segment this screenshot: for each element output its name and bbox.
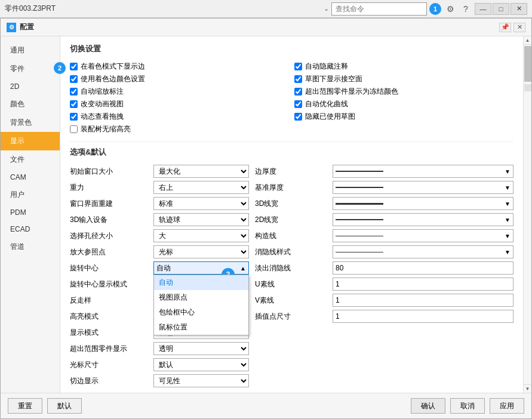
cb-assembly-highlight[interactable] bbox=[70, 125, 78, 133]
cb-out-range-label: 超出范围零件显示为冻结颜色 bbox=[305, 87, 398, 97]
rotation-center-dropdown[interactable]: 自动 ▲ 自动 视图原点 包绘框中心 鼠标位置 bbox=[153, 261, 249, 275]
sidebar-item-file[interactable]: 文件 bbox=[1, 150, 60, 169]
rotation-center-list: 自动 视图原点 包绘框中心 鼠标位置 bbox=[153, 275, 249, 335]
cb-shading-color[interactable] bbox=[70, 75, 78, 83]
scroll-down-arrow[interactable]: ▼ bbox=[524, 384, 532, 393]
content-area: 切换设置 在着色模式下显示边 使用着色边颜色设置 自动缩放标注 bbox=[60, 36, 523, 393]
sidebar-item-background[interactable]: 背景色 bbox=[1, 113, 60, 132]
scroll-thumb[interactable] bbox=[524, 46, 531, 82]
minimize-button[interactable]: — bbox=[475, 3, 491, 15]
label-anti-alias: 反走样 bbox=[70, 295, 147, 306]
label-rotation-display: 旋转中心显示模式 bbox=[70, 279, 147, 289]
checkbox-hide-sketch: 隐藏已使用草图 bbox=[294, 112, 514, 122]
cb-dynamic-drag[interactable] bbox=[70, 113, 78, 121]
dropdown-option-mouse-pos[interactable]: 鼠标位置 bbox=[154, 320, 248, 335]
select-tangent-edge[interactable]: 可见性 bbox=[153, 374, 249, 387]
label-fade-hidden: 淡出消隐线 bbox=[255, 263, 327, 273]
label-rotation-center: 旋转中心 bbox=[70, 263, 147, 273]
input-fade-hidden[interactable] bbox=[333, 261, 513, 275]
sidebar-item-user[interactable]: 用户 bbox=[1, 186, 60, 204]
sidebar-item-pdm[interactable]: PDM bbox=[1, 204, 60, 221]
rotation-center-trigger[interactable]: 自动 ▲ bbox=[153, 261, 249, 275]
label-edge-thickness: 边厚度 bbox=[255, 167, 327, 177]
dialog-close-button[interactable]: ✕ bbox=[513, 23, 525, 32]
dialog-pin-button[interactable]: 📌 bbox=[499, 23, 511, 32]
dialog-title-text: 配置 bbox=[20, 22, 34, 32]
cb-auto-optimize[interactable] bbox=[294, 100, 302, 108]
dropdown-option-bbox-center[interactable]: 包绘框中心 bbox=[154, 305, 248, 320]
dropdown-option-view-origin[interactable]: 视图原点 bbox=[154, 290, 248, 305]
cb-shading-edge[interactable] bbox=[70, 63, 78, 70]
cb-anim-view-label: 改变动画视图 bbox=[81, 99, 124, 109]
sidebar-item-part[interactable]: 零件 2 bbox=[1, 60, 60, 78]
scroll-small-arrow[interactable] bbox=[524, 84, 531, 91]
select-aperture[interactable]: 大 bbox=[153, 229, 249, 242]
maximize-button[interactable]: □ bbox=[493, 3, 509, 15]
help-icon[interactable]: ? bbox=[459, 2, 472, 16]
sidebar-item-display[interactable]: 显示 bbox=[1, 132, 60, 150]
search-input[interactable] bbox=[336, 5, 423, 13]
input-interp-size[interactable] bbox=[333, 310, 513, 323]
select-out-range-display[interactable]: 透明 bbox=[153, 342, 249, 355]
section1-title: 切换设置 bbox=[70, 44, 513, 57]
input-v-line[interactable] bbox=[333, 294, 513, 307]
label-display-mode: 显示模式 bbox=[70, 328, 147, 338]
dialog-title-area: ⚙ 配置 bbox=[7, 22, 34, 32]
sidebar-item-2d[interactable]: 2D bbox=[1, 78, 60, 95]
sidebar-item-color[interactable]: 颜色 bbox=[1, 95, 60, 113]
label-tangent-edge: 切边显示 bbox=[70, 376, 147, 386]
default-button[interactable]: 默认 bbox=[47, 398, 82, 414]
window-controls: — □ ✕ bbox=[475, 3, 527, 15]
select-3d-input[interactable]: 轨迹球 bbox=[153, 213, 249, 226]
scroll-up-arrow[interactable]: ▲ bbox=[524, 36, 532, 45]
right-scrollbar: ▲ ▼ bbox=[523, 36, 531, 393]
apply-button[interactable]: 应用 bbox=[490, 398, 524, 414]
confirm-button[interactable]: 确认 bbox=[411, 398, 445, 414]
dropdown-arrow-edge: ▼ bbox=[505, 168, 511, 175]
sidebar-item-cam[interactable]: CAM bbox=[1, 169, 60, 186]
cb-dynamic-drag-label: 动态查看拖拽 bbox=[81, 112, 124, 122]
select-zoom-ref[interactable]: 光标 bbox=[153, 245, 249, 258]
dropdown-arrow-datum: ▼ bbox=[505, 184, 511, 191]
close-button[interactable]: ✕ bbox=[511, 3, 527, 15]
cb-auto-scale-label: 自动缩放标注 bbox=[81, 87, 124, 97]
dialog-body: 通用 零件 2 2D 颜色 背景色 显示 文件 CAM 用户 PDM ECAD … bbox=[1, 36, 531, 393]
reset-button[interactable]: 重置 bbox=[8, 398, 42, 414]
search-box[interactable] bbox=[331, 2, 427, 16]
select-win-rebuild[interactable]: 标准 bbox=[153, 197, 249, 210]
label-aperture: 选择孔径大小 bbox=[70, 231, 147, 241]
search-caret-icon: ⌄ bbox=[324, 5, 329, 13]
checkbox-auto-hide: 自动隐藏注释 bbox=[294, 61, 514, 72]
cb-assembly-highlight-label: 装配树无缩高亮 bbox=[81, 124, 131, 134]
dropdown-open-arrow: ▲ bbox=[240, 265, 246, 272]
cb-auto-scale[interactable] bbox=[70, 88, 78, 95]
cb-out-range[interactable] bbox=[294, 88, 302, 95]
checkbox-auto-scale: 自动缩放标注 bbox=[70, 87, 290, 97]
label-out-range-display: 超出范围零件显示 bbox=[70, 344, 147, 354]
label-3d-linewidth: 3D线宽 bbox=[255, 199, 327, 209]
checkbox-auto-optimize: 自动优化曲线 bbox=[294, 99, 514, 109]
dropdown-option-auto[interactable]: 自动 bbox=[154, 275, 248, 290]
titlebar-right: ⌄ 1 ⚙ ? — □ ✕ bbox=[324, 2, 527, 16]
sidebar-item-pipeline[interactable]: 管道 bbox=[1, 238, 60, 256]
input-u-line[interactable] bbox=[333, 278, 513, 291]
label-v-line: V素线 bbox=[255, 295, 327, 306]
line-construction: ▼ bbox=[333, 229, 513, 242]
cb-auto-hide-label: 自动隐藏注释 bbox=[305, 61, 348, 72]
settings-icon[interactable]: ⚙ bbox=[444, 2, 457, 16]
label-datum-thickness: 基准厚度 bbox=[255, 183, 327, 193]
cb-sketch-face[interactable] bbox=[294, 75, 302, 83]
cb-hide-sketch[interactable] bbox=[294, 113, 302, 121]
cancel-button[interactable]: 取消 bbox=[450, 398, 485, 414]
select-window-size[interactable]: 最大化 bbox=[153, 165, 249, 178]
select-cursor-size[interactable]: 默认 bbox=[153, 358, 249, 371]
sidebar-item-ecad[interactable]: ECAD bbox=[1, 221, 60, 238]
line-2d-linewidth: ▼ bbox=[333, 213, 513, 226]
cb-auto-hide[interactable] bbox=[294, 63, 302, 70]
line-icon2 bbox=[336, 187, 383, 188]
cb-anim-view[interactable] bbox=[70, 100, 78, 108]
label-window-size: 初始窗口大小 bbox=[70, 167, 147, 177]
select-gravity[interactable]: 右上 bbox=[153, 181, 249, 194]
sidebar-item-general[interactable]: 通用 bbox=[1, 41, 60, 60]
titlebar: 零件003.Z3PRT ⌄ 1 ⚙ ? — □ ✕ bbox=[0, 0, 532, 18]
